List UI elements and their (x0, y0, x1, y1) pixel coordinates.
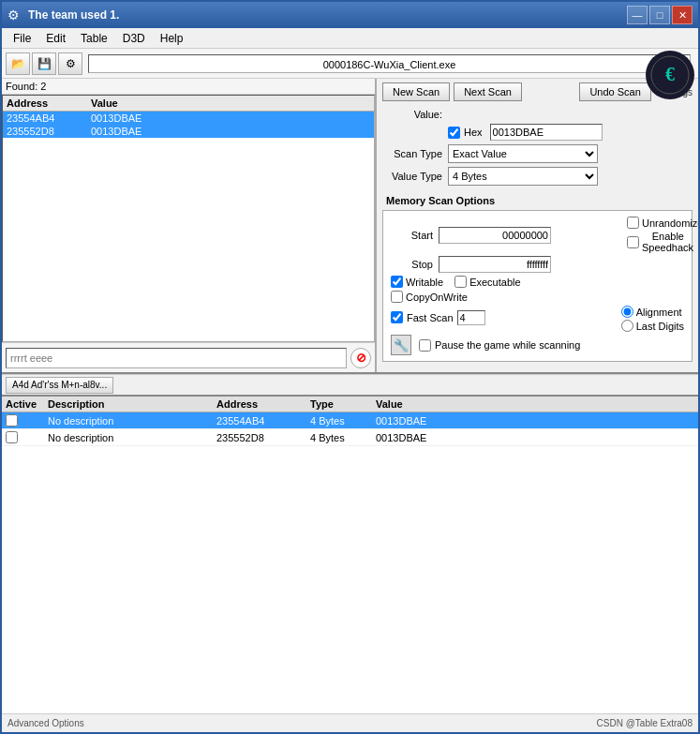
results-section: Active Description Address Type Value No… (2, 395, 698, 713)
result-type-0: 4 Bytes (310, 415, 376, 427)
writable-executable-row: Writable Executable (391, 276, 684, 288)
open-icon: 📂 (11, 57, 25, 70)
new-scan-button[interactable]: New Scan (382, 82, 450, 101)
hex-checkbox[interactable] (448, 127, 460, 139)
writable-label: Writable (406, 277, 443, 288)
speedhack-checkbox[interactable] (627, 236, 639, 248)
results-header: Active Description Address Type Value (2, 397, 698, 412)
value-type-select[interactable]: 4 Bytes 2 Bytes 1 Byte 8 Bytes Float Dou… (448, 167, 598, 186)
scan-type-label: Scan Type (382, 148, 448, 159)
start-input[interactable] (439, 227, 551, 244)
menu-d3d[interactable]: D3D (115, 30, 153, 47)
fast-scan-checkbox[interactable] (391, 311, 403, 323)
clear-button[interactable]: ⊘ (350, 348, 371, 368)
result-addr-0: 23554AB4 (216, 415, 310, 427)
result-desc-1: No description (48, 432, 216, 443)
alignment-group: Alignment Last Digits (621, 306, 684, 332)
add-address-bar: A4d Ad'r'ss M+n-al8v... (2, 374, 698, 395)
value-label: Value: (382, 109, 448, 120)
undo-scan-button[interactable]: Undo Scan (579, 82, 650, 101)
minimize-button[interactable]: — (627, 6, 648, 24)
settings-icon: ⚙ (66, 57, 76, 70)
alignment-radio[interactable] (621, 306, 633, 318)
menu-edit[interactable]: Edit (38, 30, 73, 47)
stop-row: Stop (391, 256, 684, 273)
menu-table[interactable]: Table (73, 30, 115, 47)
scan-list-header: Address Value (3, 96, 374, 112)
save-button[interactable]: 💾 (32, 52, 56, 75)
copyonwrite-checkbox[interactable] (391, 291, 403, 303)
result-type-1: 4 Bytes (310, 432, 376, 443)
value-row: Value: (382, 109, 693, 120)
app-icon: ⚙ (7, 7, 22, 22)
results-body: No description 23554AB4 4 Bytes 0013DBAE… (2, 412, 698, 713)
footer-right: CSDN @Table Extra08 (597, 718, 693, 728)
scan-list[interactable]: Address Value 23554AB4 0013DBAE 235552D8… (2, 95, 375, 342)
scan-type-select[interactable]: Exact Value Bigger than... Smaller than.… (448, 144, 598, 163)
col-address-header: Address (7, 97, 91, 109)
search-bar-area: ⊘ (2, 342, 375, 372)
result-checkbox-1[interactable] (6, 431, 18, 443)
add-address-button[interactable]: A4d Ad'r'ss M+n-al8v... (6, 377, 113, 394)
app-window: ⚙ The team used 1. — □ ✕ File Edit Table… (0, 0, 700, 734)
pause-checkbox[interactable] (419, 339, 431, 352)
toolbar: 📂 💾 ⚙ 0000186C-WuXia_Client.exe € (2, 49, 698, 79)
start-label: Start (391, 230, 433, 241)
result-val-1: 0013DBAE (376, 432, 694, 443)
result-active[interactable] (6, 414, 48, 427)
stop-input[interactable] (439, 256, 551, 273)
address-bar: 0000186C-WuXia_Client.exe (88, 54, 691, 73)
scan-type-row: Scan Type Exact Value Bigger than... Sma… (382, 144, 693, 163)
speedhack-label: Enable Speedhack (642, 231, 684, 253)
result-desc-0: No description (48, 415, 216, 427)
settings-icon-btn[interactable]: ⚙ (58, 52, 82, 75)
start-row: Start Unrandomizer Enable Speedhack (391, 217, 684, 253)
lastdigits-radio[interactable] (621, 320, 633, 332)
result-addr-1: 235552D8 (216, 432, 310, 443)
writable-checkbox[interactable] (391, 276, 403, 288)
menu-file[interactable]: File (6, 30, 38, 47)
hex-row: Hex (382, 124, 693, 141)
fast-scan-input[interactable] (457, 310, 485, 325)
stop-label: Stop (391, 259, 433, 270)
next-scan-button[interactable]: Next Scan (454, 82, 522, 101)
speedhack-row: Enable Speedhack (627, 231, 684, 253)
result-checkbox-0[interactable] (6, 414, 18, 427)
lastdigits-radio-label: Last Digits (636, 321, 684, 332)
executable-item: Executable (454, 276, 520, 288)
search-input[interactable] (6, 348, 347, 368)
menu-help[interactable]: Help (153, 30, 191, 47)
alignment-radio-label: Alignment (636, 307, 682, 318)
scan-row[interactable]: 235552D8 0013DBAE (3, 125, 374, 138)
result-active[interactable] (6, 431, 48, 443)
maximize-button[interactable]: □ (649, 6, 670, 24)
memory-options: Start Unrandomizer Enable Speedhack (382, 210, 693, 362)
memory-scan-title: Memory Scan Options (382, 195, 693, 206)
unrandomizer-row: Unrandomizer (627, 217, 684, 229)
writable-item: Writable (391, 276, 443, 288)
window-title: The team used 1. (28, 8, 627, 22)
open-button[interactable]: 📂 (6, 52, 30, 75)
unrandomizer-label: Unrandomizer (642, 217, 684, 229)
svg-text:€: € (665, 64, 675, 84)
copyonwrite-item: CopyOnWrite (391, 291, 468, 303)
close-button[interactable]: ✕ (672, 6, 693, 24)
result-row[interactable]: No description 23554AB4 4 Bytes 0013DBAE (2, 412, 698, 429)
result-val-0: 0013DBAE (376, 415, 694, 427)
result-row[interactable]: No description 235552D8 4 Bytes 0013DBAE (2, 429, 698, 446)
col-type-header: Type (310, 398, 376, 410)
found-label: Found: 2 (2, 79, 375, 95)
value-type-row: Value Type 4 Bytes 2 Bytes 1 Byte 8 Byte… (382, 167, 693, 186)
executable-checkbox[interactable] (454, 276, 467, 288)
wrench-button[interactable]: 🔧 (391, 335, 411, 355)
fast-scan-label: Fast Scan (407, 312, 454, 323)
copyonwrite-label: CopyOnWrite (406, 292, 468, 303)
unrandomizer-checkbox[interactable] (627, 217, 639, 229)
menu-bar: File Edit Table D3D Help (2, 28, 698, 49)
scan-row[interactable]: 23554AB4 0013DBAE (3, 112, 374, 125)
col-desc-header: Description (48, 398, 216, 410)
window-controls: — □ ✕ (627, 6, 693, 24)
footer-left[interactable]: Advanced Options (7, 718, 84, 728)
hex-input[interactable] (490, 124, 603, 141)
left-panel: Found: 2 Address Value 23554AB4 0013DBAE… (2, 79, 377, 372)
